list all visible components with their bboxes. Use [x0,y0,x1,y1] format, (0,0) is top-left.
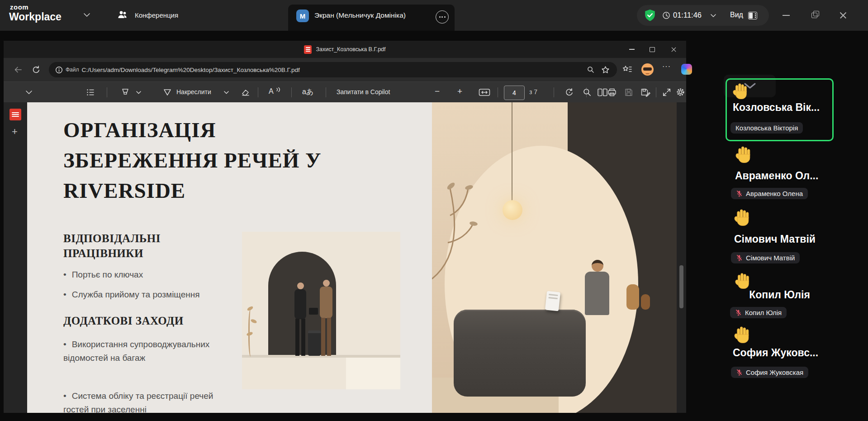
highlighter-icon[interactable] [120,88,130,97]
browser-address-bar: Файл C:/Users/adm/Downloads/Telegram%20D… [4,58,686,81]
view-menu-label[interactable]: Вид [730,11,743,19]
zoom-top-bar: zoom Workplace Конференция M Экран (Мель… [0,0,868,31]
participant-label: Авраменко Олена [746,190,803,197]
window-minimize-button[interactable] [623,41,641,58]
back-icon[interactable] [14,66,23,74]
translate-icon[interactable]: aあ [302,87,313,97]
mic-muted-icon [736,190,743,197]
slide-title-line-2: ЗБЕРЕЖЕННЯ РЕЧЕЙ У [63,145,322,176]
participant-tile-kozlovska[interactable]: Козловська Вік... Козловська Вікторія [726,78,834,141]
save-as-icon[interactable] [640,88,650,97]
zoom-workplace-app: zoom Workplace Конференция M Экран (Мель… [0,0,868,421]
collapse-toolbar-chevron-icon[interactable] [25,90,33,95]
profile-avatar[interactable] [641,63,654,76]
favorites-bar-icon[interactable] [622,65,632,74]
zoom-out-icon[interactable]: − [435,86,440,96]
slide-heading-1: ВІДПОВІДАЛЬНІ ПРАЦІВНИКИ [63,231,194,261]
illustration-briefcase [309,308,318,315]
copilot-icon[interactable] [681,64,692,75]
refresh-icon[interactable] [32,65,41,74]
slide-bullet-2: Служба прийому та розміщення [63,288,244,301]
settings-gear-icon[interactable] [676,87,685,97]
pdf-scrollbar-thumb[interactable] [679,265,683,308]
slide-photo-reception [432,102,677,413]
workspace-chevron-down-icon[interactable] [83,13,90,17]
read-aloud-waves-icon [276,87,280,92]
highlighter-chevron-icon[interactable] [136,91,142,94]
draw-pen-icon[interactable] [163,88,172,97]
pdf-toolbar: Накреслити A aあ Запитати в Copilot − + [4,81,686,103]
participant-tile-avramenko[interactable]: Авраменко Ол... Авраменко Олена [724,143,835,206]
raised-hand-icon [734,208,753,227]
bookmark-star-icon[interactable] [601,66,610,74]
window-close-button[interactable] [664,41,683,58]
workplace-logo: Workplace [9,11,62,23]
photo-lamp-ball [503,200,522,220]
pdf-search-icon[interactable] [583,88,592,97]
window-title: Захист_Козловська В.Г.pdf [316,46,385,53]
sidebar-pdf-file-icon[interactable] [9,109,21,120]
rotate-icon[interactable] [564,87,574,97]
url-field[interactable]: Файл C:/Users/adm/Downloads/Telegram%20D… [49,62,617,77]
fit-width-icon[interactable] [479,88,490,97]
tab-options-ellipsis-icon[interactable] [436,10,449,24]
raised-hand-icon [734,325,753,344]
timer-chevron-down-icon[interactable] [710,14,716,18]
draw-chevron-icon[interactable] [223,91,229,94]
slide-title-line-3: RIVERSIDE [63,176,185,206]
screen-share-tab-label: Экран (Мельничук Домініка) [314,11,406,19]
draw-label[interactable]: Накреслити [176,88,211,96]
app-close-button[interactable] [834,7,852,24]
participant-name-pill: София Жуковская [731,367,808,378]
tab-screen-share[interactable]: M Экран (Мельничук Домініка) [288,5,455,31]
window-maximize-button[interactable] [643,41,661,58]
ask-copilot-label[interactable]: Запитати в Copilot [337,88,390,96]
presenter-avatar: M [296,10,309,22]
participant-name-pill: Копил Юлія [730,307,787,318]
participant-name-pill: Козловська Вікторія [730,122,803,134]
pdf-file-icon [304,45,312,54]
people-icon [117,9,128,21]
photo-tablet [545,291,560,311]
participant-tile-simovych[interactable]: Сімович Матвій Сімович Матвій [724,207,835,270]
slide-illustration [242,232,400,389]
file-scheme-label: Файл [66,67,79,73]
participant-display-name: Сімович Матвій [734,233,816,245]
fullscreen-icon[interactable] [662,88,671,97]
zoom-in-icon[interactable]: + [457,86,462,96]
url-text[interactable]: C:/Users/adm/Downloads/Telegram%20Deskto… [82,67,300,73]
page-number-input[interactable] [504,86,525,100]
window-title-bar: Захист_Козловська В.Г.pdf [4,41,686,58]
table-of-contents-icon[interactable] [86,88,95,97]
meeting-timer: 01:11:46 [673,11,702,19]
print-icon[interactable] [607,88,617,97]
page-total-label: з 7 [529,88,537,96]
raised-hand-icon [732,82,750,100]
eraser-icon[interactable] [241,88,251,97]
pdf-scrollbar-track[interactable] [677,102,686,413]
conference-tab-label: Конференция [135,11,178,19]
illustration-figure-left [293,282,308,357]
slide-bullet-3: Використання супроводжувальних відомосте… [63,338,219,365]
participant-tile-zhukovskaya[interactable]: София Жуковс... София Жуковская [724,325,835,388]
clock-icon [662,11,670,19]
info-icon[interactable] [55,66,63,74]
app-minimize-button[interactable] [777,7,795,24]
sidebar-add-icon[interactable]: + [12,126,18,138]
zoom-logo: zoom [10,3,28,11]
slide-bullet-4: Система обліку та реєстрації речей госте… [63,389,219,413]
view-layout-icon[interactable] [748,12,757,19]
tab-conference[interactable]: Конференция [117,9,178,21]
photo-vase-large [626,284,639,310]
browser-menu-ellipsis-icon[interactable]: ··· [662,62,671,71]
edge-pdf-window: Захист_Козловська В.Г.pdf Файл C:/Users/… [4,41,686,413]
security-shield-icon[interactable] [644,9,656,22]
participant-display-name: София Жуковс... [733,347,818,359]
app-restore-button[interactable] [805,7,823,24]
participant-display-name: Копил Юлія [724,289,835,301]
participant-label: Копил Юлія [745,309,782,316]
read-aloud-icon[interactable]: A [269,87,274,96]
search-in-page-icon[interactable] [587,66,595,74]
participants-panel: Козловська Вік... Козловська Вікторія Ав… [724,75,841,410]
slide-heading-2: ДОДАТКОВІ ЗАХОДИ [63,313,226,328]
